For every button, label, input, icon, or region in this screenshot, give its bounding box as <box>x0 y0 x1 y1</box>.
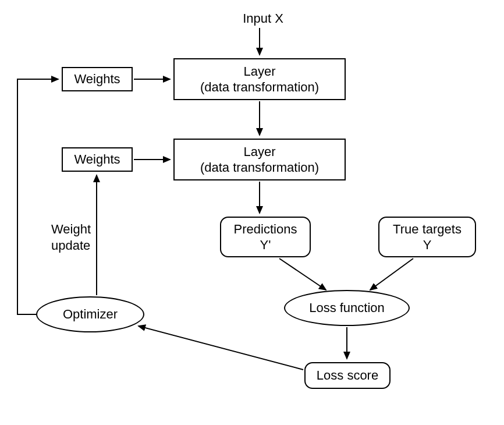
arrow-predictions-to-loss <box>279 258 326 290</box>
predictions-box: Predictions Y' <box>220 217 311 257</box>
arrow-score-to-optimizer <box>139 326 303 370</box>
loss-function-ellipse: Loss function <box>284 290 410 326</box>
weights-box-2: Weights <box>62 147 133 172</box>
predictions-line2: Y' <box>260 237 271 253</box>
layer1-line2: (data transformation) <box>200 79 319 95</box>
layer-box-1: Layer (data transformation) <box>173 58 346 100</box>
layer1-line1: Layer <box>243 63 275 80</box>
input-label: Input X <box>228 10 298 27</box>
loss-score-box: Loss score <box>304 362 391 389</box>
layer2-line1: Layer <box>243 144 275 160</box>
true-targets-line1: True targets <box>393 221 462 238</box>
weights-1-text: Weights <box>74 71 120 87</box>
weight-update-line2: update <box>51 238 90 253</box>
weight-update-label: Weight update <box>51 221 104 253</box>
weights-2-text: Weights <box>74 151 120 168</box>
optimizer-text: Optimizer <box>63 306 118 323</box>
true-targets-box: True targets Y <box>378 217 476 257</box>
predictions-line1: Predictions <box>234 221 297 238</box>
arrow-targets-to-loss <box>370 258 413 290</box>
weights-box-1: Weights <box>62 67 133 91</box>
layer2-line2: (data transformation) <box>200 160 319 176</box>
loss-function-text: Loss function <box>309 300 385 316</box>
arrow-optimizer-to-weights1 <box>17 79 58 314</box>
training-loop-diagram: Input X Weights Layer (data transformati… <box>0 0 504 425</box>
weight-update-line1: Weight <box>51 222 91 236</box>
optimizer-ellipse: Optimizer <box>36 296 144 332</box>
true-targets-line2: Y <box>423 237 432 253</box>
loss-score-text: Loss score <box>317 367 378 384</box>
layer-box-2: Layer (data transformation) <box>173 139 346 180</box>
